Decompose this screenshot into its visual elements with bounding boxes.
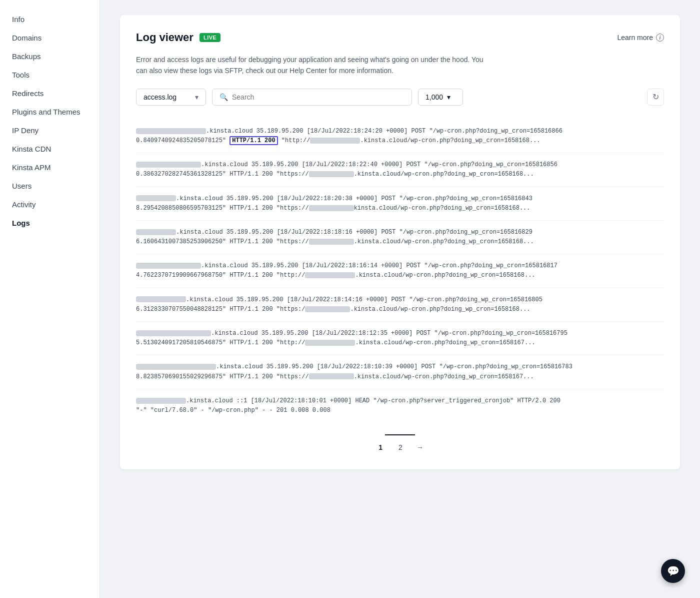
log-entries: .kinsta.cloud 35.189.95.200 [18/Jul/2022… (136, 120, 664, 422)
learn-more-link[interactable]: Learn more i (617, 34, 664, 42)
redacted-url (309, 239, 354, 245)
log-line-text: .kinsta.cloud 35.189.95.200 [18/Jul/2022… (136, 295, 664, 314)
http-status-highlight: HTTP/1.1 200 (230, 136, 278, 145)
page-divider (385, 434, 415, 435)
redacted-url (309, 205, 354, 211)
sidebar-item-plugins-themes[interactable]: Plugins and Themes (0, 103, 100, 121)
page-1-button[interactable]: 1 (374, 441, 386, 453)
sidebar: Info Domains Backups Tools Redirects Plu… (0, 0, 100, 598)
log-entry: .kinsta.cloud 35.189.95.200 [18/Jul/2022… (136, 355, 664, 389)
sidebar-item-redirects[interactable]: Redirects (0, 84, 100, 103)
log-line-text: .kinsta.cloud 35.189.95.200 [18/Jul/2022… (136, 194, 664, 213)
sidebar-item-domains[interactable]: Domains (0, 29, 100, 47)
sidebar-item-kinsta-cdn[interactable]: Kinsta CDN (0, 140, 100, 158)
search-input[interactable] (232, 93, 404, 101)
log-file-select[interactable]: access.log ▾ (136, 89, 206, 106)
sidebar-item-logs[interactable]: Logs (0, 214, 100, 232)
page-title: Log viewer (136, 31, 194, 44)
redacted-host (136, 195, 176, 201)
count-value: 1,000 (426, 93, 443, 101)
log-entry: .kinsta.cloud 35.189.95.200 [18/Jul/2022… (136, 254, 664, 288)
redacted-host (136, 263, 201, 269)
refresh-button[interactable]: ↻ (647, 89, 664, 106)
search-icon: 🔍 (220, 93, 228, 101)
redacted-host (136, 364, 216, 370)
redacted-url (309, 171, 354, 177)
info-circle-icon: i (656, 34, 664, 42)
redacted-url (309, 373, 354, 379)
redacted-host (136, 229, 176, 235)
redacted-host (136, 128, 206, 134)
log-entry: .kinsta.cloud 35.189.95.200 [18/Jul/2022… (136, 187, 664, 221)
redacted-host (136, 398, 186, 404)
sidebar-item-kinsta-apm[interactable]: Kinsta APM (0, 158, 100, 177)
pagination-row: 1 2 → (374, 441, 426, 453)
redacted-url (305, 272, 355, 278)
search-box[interactable]: 🔍 (212, 89, 412, 106)
redacted-url (310, 138, 360, 144)
log-line-text: .kinsta.cloud 35.189.95.200 [18/Jul/2022… (136, 329, 664, 348)
chevron-down-icon: ▾ (195, 93, 198, 101)
pagination-next-arrow[interactable]: → (414, 441, 426, 453)
log-line-text: .kinsta.cloud 35.189.95.200 [18/Jul/2022… (136, 160, 664, 179)
sidebar-item-info[interactable]: Info (0, 10, 100, 29)
log-line-text: .kinsta.cloud ::1 [18/Jul/2022:18:10:01 … (136, 396, 664, 415)
refresh-icon: ↻ (652, 92, 659, 102)
live-badge: LIVE (200, 33, 220, 42)
log-entry: .kinsta.cloud 35.189.95.200 [18/Jul/2022… (136, 221, 664, 254)
chat-icon: 💬 (667, 565, 680, 577)
redacted-host (136, 162, 201, 168)
chat-button[interactable]: 💬 (661, 559, 685, 583)
pagination-wrapper: 1 2 → (136, 434, 664, 453)
count-select[interactable]: 1,000 ▾ (418, 89, 463, 106)
log-entry: .kinsta.cloud 35.189.95.200 [18/Jul/2022… (136, 153, 664, 187)
learn-more-label: Learn more (617, 34, 653, 42)
log-entry: .kinsta.cloud ::1 [18/Jul/2022:18:10:01 … (136, 389, 664, 422)
sidebar-item-activity[interactable]: Activity (0, 195, 100, 214)
log-entry: .kinsta.cloud 35.189.95.200 [18/Jul/2022… (136, 322, 664, 355)
log-line-text: .kinsta.cloud 35.189.95.200 [18/Jul/2022… (136, 127, 664, 146)
redacted-host (136, 330, 211, 336)
redacted-url (305, 306, 350, 312)
header-row: Log viewer LIVE Learn more i (136, 31, 664, 44)
sidebar-item-users[interactable]: Users (0, 177, 100, 195)
log-entry: .kinsta.cloud 35.189.95.200 [18/Jul/2022… (136, 120, 664, 153)
sidebar-item-ip-deny[interactable]: IP Deny (0, 121, 100, 140)
content-card: Log viewer LIVE Learn more i Error and a… (120, 15, 680, 469)
sidebar-item-tools[interactable]: Tools (0, 66, 100, 84)
header-left: Log viewer LIVE (136, 31, 220, 44)
page-2-button[interactable]: 2 (394, 441, 406, 453)
main-content: Log viewer LIVE Learn more i Error and a… (100, 0, 700, 598)
log-line-text: .kinsta.cloud 35.189.95.200 [18/Jul/2022… (136, 261, 664, 280)
chevron-down-icon: ▾ (447, 93, 450, 101)
log-line-text: .kinsta.cloud 35.189.95.200 [18/Jul/2022… (136, 362, 664, 381)
redacted-host (136, 296, 186, 302)
log-entry: .kinsta.cloud 35.189.95.200 [18/Jul/2022… (136, 288, 664, 322)
log-file-value: access.log (144, 93, 176, 101)
redacted-url (305, 340, 355, 346)
log-line-text: .kinsta.cloud 35.189.95.200 [18/Jul/2022… (136, 228, 664, 247)
description-text: Error and access logs are useful for deb… (136, 54, 486, 77)
toolbar: access.log ▾ 🔍 1,000 ▾ ↻ (136, 89, 664, 106)
sidebar-item-backups[interactable]: Backups (0, 47, 100, 66)
